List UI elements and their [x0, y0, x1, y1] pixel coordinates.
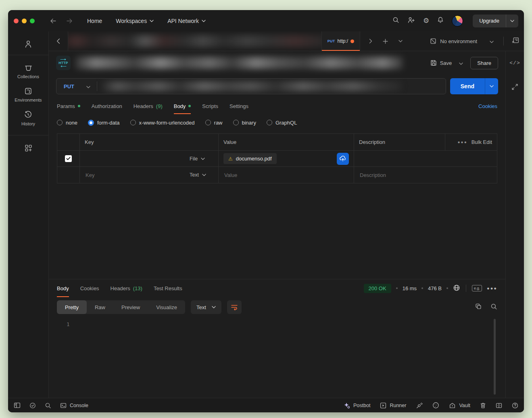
view-raw[interactable]: Raw	[87, 300, 113, 314]
response-tab-cookies[interactable]: Cookies	[80, 279, 99, 297]
redacted-tabs[interactable]	[68, 31, 321, 51]
cookies-icon[interactable]	[432, 402, 439, 409]
tab-authorization[interactable]: Authorization	[92, 98, 122, 114]
find-and-replace-icon[interactable]	[45, 402, 51, 409]
radio-graphql[interactable]: GraphQL	[267, 120, 297, 126]
radio-raw[interactable]: raw	[205, 120, 223, 126]
share-button[interactable]: Share	[470, 57, 498, 69]
sidebar-item-profile[interactable]	[24, 37, 33, 50]
api-health-check-icon[interactable]	[29, 402, 36, 409]
bulk-edit-button[interactable]: ●●● Bulk Edit	[445, 134, 497, 150]
response-body-editor[interactable]: 1	[49, 317, 505, 398]
nav-api-network[interactable]: API Network	[167, 18, 206, 24]
vertical-scrollbar[interactable]	[494, 319, 496, 395]
key-cell[interactable]	[80, 151, 185, 166]
trash-icon[interactable]	[480, 402, 486, 409]
history-forward-icon[interactable]	[66, 18, 73, 24]
description-input[interactable]	[359, 155, 492, 162]
response-language-dropdown[interactable]: Text	[191, 300, 221, 314]
radio-binary[interactable]: binary	[233, 120, 256, 126]
settings-gear-icon[interactable]: ⚙	[423, 17, 429, 24]
history-back-icon[interactable]	[50, 18, 56, 24]
search-icon[interactable]	[392, 17, 399, 25]
method-dropdown[interactable]: PUT	[56, 83, 97, 90]
save-options-chevron[interactable]	[457, 59, 465, 67]
sidebar-item-more-tools[interactable]	[25, 140, 32, 156]
tab-params[interactable]: Params	[57, 98, 80, 114]
vault-button[interactable]: Vault	[449, 402, 470, 409]
radio-form-data[interactable]: form-data	[88, 120, 120, 126]
send-button[interactable]: Send	[450, 78, 485, 94]
nav-workspaces[interactable]: Workspaces	[116, 18, 154, 24]
value-input[interactable]	[223, 172, 349, 179]
capture-requests-icon[interactable]	[416, 402, 423, 409]
upload-file-button[interactable]	[337, 153, 349, 165]
scroll-tabs-left-button[interactable]	[49, 31, 68, 51]
postbot-button[interactable]: Postbot	[344, 402, 370, 409]
cookies-link[interactable]: Cookies	[478, 103, 497, 109]
scroll-tabs-right-button[interactable]	[369, 39, 372, 44]
tab-headers[interactable]: Headers (9)	[134, 98, 163, 114]
tab-active-request[interactable]: PUT http:/	[321, 31, 360, 51]
value-type-dropdown[interactable]: File	[185, 151, 219, 166]
value-type-dropdown[interactable]: Text	[185, 167, 219, 183]
description-cell[interactable]	[354, 167, 497, 183]
user-avatar[interactable]	[452, 15, 463, 27]
radio-none[interactable]: none	[57, 120, 77, 126]
radio-circle	[57, 120, 63, 125]
sidebar-item-history[interactable]: History	[21, 106, 35, 130]
upgrade-menu-button[interactable]	[506, 15, 518, 27]
tab-scripts[interactable]: Scripts	[202, 98, 218, 114]
key-input[interactable]	[85, 172, 180, 179]
upgrade-button[interactable]: Upgrade	[473, 15, 506, 27]
redacted-url-input[interactable]	[102, 81, 401, 91]
selected-file-chip[interactable]: ⚠ documenso.pdf	[223, 153, 277, 164]
unsaved-changes-dot	[350, 40, 354, 43]
tab-options-chevron[interactable]	[398, 40, 403, 42]
two-pane-layout-icon[interactable]	[496, 403, 502, 408]
minimize-window-button[interactable]	[22, 19, 27, 23]
response-tab-test-results[interactable]: Test Results	[154, 279, 182, 297]
console-button[interactable]: Console	[60, 403, 88, 408]
response-tab-headers[interactable]: Headers (13)	[111, 279, 142, 297]
view-preview[interactable]: Preview	[113, 300, 148, 314]
view-visualize[interactable]: Visualize	[148, 300, 185, 314]
send-options-chevron[interactable]	[485, 78, 498, 94]
postbot-sparkle-icon	[344, 402, 350, 409]
response-tab-body[interactable]: Body	[57, 279, 69, 297]
save-as-example-button[interactable]: e.g.	[472, 285, 482, 291]
description-input[interactable]	[359, 172, 492, 179]
sidebar-item-collections[interactable]: Collections	[17, 60, 39, 83]
radio-x-www-form-urlencoded[interactable]: x-www-form-urlencoded	[130, 120, 195, 126]
response-more-options-icon[interactable]: ●●●	[487, 286, 497, 291]
code-snippet-icon[interactable]: </>	[509, 60, 520, 66]
status-badge[interactable]: 200 OK	[364, 284, 391, 293]
network-globe-icon[interactable]	[453, 284, 460, 293]
redacted-request-name[interactable]	[75, 57, 403, 69]
view-pretty[interactable]: Pretty	[57, 300, 87, 314]
sidebar-item-environments[interactable]: Environments	[15, 83, 42, 106]
environment-quick-look-icon[interactable]	[512, 37, 519, 45]
zoom-window-button[interactable]	[30, 19, 35, 23]
expand-pane-icon[interactable]	[512, 84, 518, 92]
notifications-bell-icon[interactable]	[437, 17, 444, 25]
copy-response-icon[interactable]	[475, 303, 482, 311]
runner-button[interactable]: Runner	[380, 402, 406, 409]
wrap-text-icon[interactable]	[227, 300, 242, 314]
invite-user-icon[interactable]	[407, 17, 415, 25]
new-tab-button[interactable]	[383, 39, 388, 44]
toggle-sidebar-icon[interactable]	[14, 402, 21, 408]
close-window-button[interactable]	[14, 19, 19, 23]
save-button[interactable]: Save	[430, 60, 452, 66]
description-cell[interactable]	[354, 151, 497, 166]
search-response-icon[interactable]	[490, 303, 497, 312]
help-icon[interactable]	[512, 402, 518, 409]
tab-body[interactable]: Body	[174, 98, 191, 114]
environment-selector[interactable]: No environment	[430, 37, 494, 45]
key-cell[interactable]	[80, 167, 185, 183]
key-input[interactable]	[85, 155, 180, 162]
value-cell[interactable]	[219, 167, 354, 183]
nav-home[interactable]: Home	[87, 18, 102, 24]
tab-settings[interactable]: Settings	[229, 98, 248, 114]
row-checkbox-checked[interactable]	[65, 155, 72, 162]
